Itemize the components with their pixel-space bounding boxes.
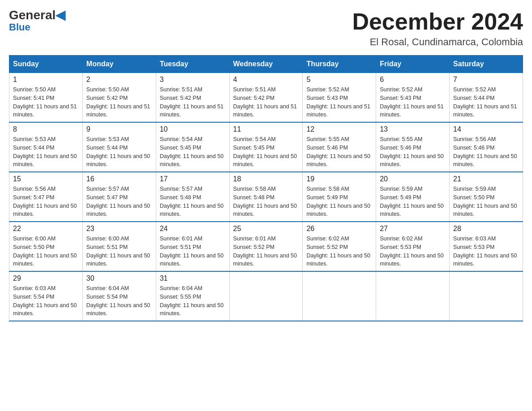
day-info: Sunrise: 6:02 AMSunset: 5:52 PMDaylight:… — [306, 235, 372, 268]
day-number: 14 — [453, 125, 519, 133]
col-wednesday: Wednesday — [229, 56, 303, 73]
day-info: Sunrise: 5:58 AMSunset: 5:49 PMDaylight:… — [306, 185, 372, 218]
day-info: Sunrise: 5:57 AMSunset: 5:48 PMDaylight:… — [160, 185, 226, 218]
day-number: 11 — [233, 125, 299, 133]
day-info: Sunrise: 6:03 AMSunset: 5:53 PMDaylight:… — [453, 235, 519, 268]
day-number: 19 — [306, 175, 372, 183]
day-info: Sunrise: 5:51 AMSunset: 5:42 PMDaylight:… — [160, 86, 226, 119]
day-info: Sunrise: 5:50 AMSunset: 5:41 PMDaylight:… — [13, 86, 79, 119]
day-info: Sunrise: 6:01 AMSunset: 5:51 PMDaylight:… — [160, 235, 226, 268]
day-info: Sunrise: 5:52 AMSunset: 5:44 PMDaylight:… — [453, 86, 519, 119]
day-number: 4 — [233, 76, 299, 84]
table-row: 25 Sunrise: 6:01 AMSunset: 5:52 PMDaylig… — [229, 222, 303, 271]
calendar-header-row: Sunday Monday Tuesday Wednesday Thursday… — [9, 56, 523, 73]
day-number: 3 — [160, 76, 226, 84]
location-subtitle: El Rosal, Cundinamarca, Colombia — [352, 36, 523, 48]
table-row: 9 Sunrise: 5:53 AMSunset: 5:44 PMDayligh… — [82, 122, 156, 172]
day-number: 10 — [160, 125, 226, 133]
day-info: Sunrise: 6:01 AMSunset: 5:52 PMDaylight:… — [233, 235, 299, 268]
table-row: 20 Sunrise: 5:59 AMSunset: 5:49 PMDaylig… — [376, 172, 450, 222]
title-area: December 2024 El Rosal, Cundinamarca, Co… — [352, 9, 523, 48]
day-info: Sunrise: 6:00 AMSunset: 5:51 PMDaylight:… — [86, 235, 152, 268]
day-number: 23 — [86, 225, 152, 233]
table-row: 23 Sunrise: 6:00 AMSunset: 5:51 PMDaylig… — [82, 222, 156, 271]
day-number: 12 — [306, 125, 372, 133]
logo: General◀ Blue — [9, 9, 65, 33]
table-row — [303, 271, 376, 321]
day-number: 26 — [306, 225, 372, 233]
day-number: 5 — [306, 76, 372, 84]
day-number: 1 — [13, 76, 79, 84]
day-info: Sunrise: 5:52 AMSunset: 5:43 PMDaylight:… — [306, 86, 372, 119]
table-row: 1 Sunrise: 5:50 AMSunset: 5:41 PMDayligh… — [9, 73, 83, 123]
day-number: 8 — [13, 125, 79, 133]
day-number: 7 — [453, 76, 519, 84]
table-row: 26 Sunrise: 6:02 AMSunset: 5:52 PMDaylig… — [303, 222, 376, 271]
table-row: 7 Sunrise: 5:52 AMSunset: 5:44 PMDayligh… — [450, 73, 523, 123]
col-sunday: Sunday — [9, 56, 83, 73]
table-row: 2 Sunrise: 5:50 AMSunset: 5:42 PMDayligh… — [82, 73, 156, 123]
day-number: 27 — [380, 225, 446, 233]
day-number: 13 — [380, 125, 446, 133]
day-info: Sunrise: 5:56 AMSunset: 5:46 PMDaylight:… — [453, 135, 519, 169]
day-info: Sunrise: 5:51 AMSunset: 5:42 PMDaylight:… — [233, 86, 299, 119]
table-row: 19 Sunrise: 5:58 AMSunset: 5:49 PMDaylig… — [303, 172, 376, 222]
day-info: Sunrise: 5:53 AMSunset: 5:44 PMDaylight:… — [86, 135, 152, 169]
table-row: 4 Sunrise: 5:51 AMSunset: 5:42 PMDayligh… — [229, 73, 303, 123]
month-year-title: December 2024 — [352, 9, 523, 34]
page-header: General◀ Blue December 2024 El Rosal, Cu… — [9, 9, 523, 48]
table-row: 16 Sunrise: 5:57 AMSunset: 5:47 PMDaylig… — [82, 172, 156, 222]
logo-line1: General◀ — [9, 9, 65, 21]
col-saturday: Saturday — [450, 56, 523, 73]
calendar-week-row: 8 Sunrise: 5:53 AMSunset: 5:44 PMDayligh… — [9, 122, 523, 172]
table-row: 21 Sunrise: 5:59 AMSunset: 5:50 PMDaylig… — [450, 172, 523, 222]
table-row: 28 Sunrise: 6:03 AMSunset: 5:53 PMDaylig… — [450, 222, 523, 271]
day-number: 17 — [160, 175, 226, 183]
table-row: 13 Sunrise: 5:55 AMSunset: 5:46 PMDaylig… — [376, 122, 450, 172]
day-number: 22 — [13, 225, 79, 233]
table-row: 18 Sunrise: 5:58 AMSunset: 5:48 PMDaylig… — [229, 172, 303, 222]
day-info: Sunrise: 5:53 AMSunset: 5:44 PMDaylight:… — [13, 135, 79, 169]
logo-line2: Blue — [9, 21, 30, 33]
day-number: 6 — [380, 76, 446, 84]
day-info: Sunrise: 5:55 AMSunset: 5:46 PMDaylight:… — [380, 135, 446, 169]
col-monday: Monday — [82, 56, 156, 73]
day-info: Sunrise: 5:59 AMSunset: 5:49 PMDaylight:… — [380, 185, 446, 218]
day-number: 9 — [86, 125, 152, 133]
day-number: 18 — [233, 175, 299, 183]
table-row: 6 Sunrise: 5:52 AMSunset: 5:43 PMDayligh… — [376, 73, 450, 123]
calendar-week-row: 15 Sunrise: 5:56 AMSunset: 5:47 PMDaylig… — [9, 172, 523, 222]
day-info: Sunrise: 6:00 AMSunset: 5:50 PMDaylight:… — [13, 235, 79, 268]
day-number: 25 — [233, 225, 299, 233]
day-info: Sunrise: 5:58 AMSunset: 5:48 PMDaylight:… — [233, 185, 299, 218]
calendar-week-row: 22 Sunrise: 6:00 AMSunset: 5:50 PMDaylig… — [9, 222, 523, 271]
day-number: 16 — [86, 175, 152, 183]
day-number: 28 — [453, 225, 519, 233]
day-info: Sunrise: 5:57 AMSunset: 5:47 PMDaylight:… — [86, 185, 152, 218]
calendar-week-row: 29 Sunrise: 6:03 AMSunset: 5:54 PMDaylig… — [9, 271, 523, 321]
day-number: 30 — [86, 274, 152, 283]
table-row — [376, 271, 450, 321]
day-info: Sunrise: 5:54 AMSunset: 5:45 PMDaylight:… — [233, 135, 299, 169]
table-row: 30 Sunrise: 6:04 AMSunset: 5:54 PMDaylig… — [82, 271, 156, 321]
day-info: Sunrise: 6:04 AMSunset: 5:55 PMDaylight:… — [160, 284, 226, 318]
table-row: 14 Sunrise: 5:56 AMSunset: 5:46 PMDaylig… — [450, 122, 523, 172]
table-row: 11 Sunrise: 5:54 AMSunset: 5:45 PMDaylig… — [229, 122, 303, 172]
table-row: 15 Sunrise: 5:56 AMSunset: 5:47 PMDaylig… — [9, 172, 83, 222]
day-info: Sunrise: 5:56 AMSunset: 5:47 PMDaylight:… — [13, 185, 79, 218]
day-number: 24 — [160, 225, 226, 233]
calendar-table: Sunday Monday Tuesday Wednesday Thursday… — [9, 55, 523, 321]
table-row — [450, 271, 523, 321]
day-number: 15 — [13, 175, 79, 183]
calendar-week-row: 1 Sunrise: 5:50 AMSunset: 5:41 PMDayligh… — [9, 73, 523, 123]
day-number: 31 — [160, 274, 226, 283]
table-row: 31 Sunrise: 6:04 AMSunset: 5:55 PMDaylig… — [156, 271, 229, 321]
table-row: 12 Sunrise: 5:55 AMSunset: 5:46 PMDaylig… — [303, 122, 376, 172]
col-tuesday: Tuesday — [156, 56, 229, 73]
col-friday: Friday — [376, 56, 450, 73]
day-info: Sunrise: 5:52 AMSunset: 5:43 PMDaylight:… — [380, 86, 446, 119]
day-number: 20 — [380, 175, 446, 183]
day-info: Sunrise: 5:55 AMSunset: 5:46 PMDaylight:… — [306, 135, 372, 169]
table-row: 8 Sunrise: 5:53 AMSunset: 5:44 PMDayligh… — [9, 122, 83, 172]
table-row: 17 Sunrise: 5:57 AMSunset: 5:48 PMDaylig… — [156, 172, 229, 222]
